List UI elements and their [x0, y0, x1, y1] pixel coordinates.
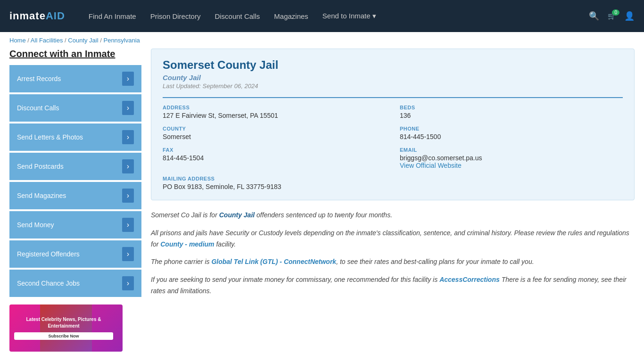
beds-label: BEDS [400, 105, 623, 110]
fax-label: FAX [163, 147, 386, 153]
logo-text: inmateAID [9, 10, 65, 22]
gtl-link[interactable]: Global Tel Link (GTL) - ConnectNetwork [211, 258, 336, 265]
facility-card: Somerset County Jail County Jail Last Up… [151, 49, 635, 200]
cart-button[interactable]: 🛒 0 [608, 12, 616, 20]
main-nav: Find An Inmate Prison Directory Discount… [89, 12, 575, 20]
address-value: 127 E Fairview St, Somerset, PA 15501 [163, 112, 386, 119]
facility-last-updated: Last Updated: September 06, 2024 [163, 82, 623, 90]
sidebar-send-money-label: Send Money [17, 221, 54, 229]
desc-paragraph-1: Somerset Co Jail is for County Jail offe… [151, 210, 635, 221]
sidebar-send-postcards-label: Send Postcards [17, 163, 64, 170]
chevron-right-icon: › [122, 72, 134, 86]
email-block: EMAIL briggsg@co.somerset.pa.us View Off… [400, 147, 623, 169]
sidebar-second-chance-jobs[interactable]: Second Chance Jobs › [9, 270, 141, 297]
chevron-right-icon: › [122, 101, 134, 115]
search-icon[interactable]: 🔍 [589, 11, 599, 21]
main-header: inmateAID Find An Inmate Prison Director… [0, 0, 644, 32]
county-value: Somerset [163, 133, 386, 140]
county-jail-link[interactable]: County Jail [219, 211, 255, 219]
main-content: Somerset County Jail County Jail Last Up… [151, 49, 635, 352]
ad-subscribe-button[interactable]: Subscribe Now [14, 332, 113, 340]
facility-description: Somerset Co Jail is for County Jail offe… [151, 210, 635, 297]
nav-discount-calls[interactable]: Discount Calls [215, 12, 260, 20]
user-icon[interactable]: 👤 [624, 11, 635, 21]
beds-block: BEDS 136 [400, 105, 623, 119]
chevron-right-icon: › [122, 189, 134, 203]
breadcrumb: Home / All Facilities / County Jail / Pe… [0, 32, 644, 49]
email-label: EMAIL [400, 147, 623, 153]
fax-value: 814-445-1504 [163, 154, 386, 162]
chevron-right-icon: › [122, 130, 134, 144]
sidebar-title: Connect with an Inmate [9, 49, 141, 59]
mailing-value: PO Box 9183, Seminole, FL 33775-9183 [163, 183, 386, 190]
sidebar-registered-offenders[interactable]: Registered Offenders › [9, 240, 141, 268]
breadcrumb-all-facilities[interactable]: All Facilities [31, 37, 63, 44]
desc-paragraph-3: The phone carrier is Global Tel Link (GT… [151, 256, 635, 268]
mailing-label: MAILING ADDRESS [163, 176, 386, 181]
chevron-right-icon: › [122, 218, 134, 232]
phone-value: 814-445-1500 [400, 133, 623, 140]
email-value: briggsg@co.somerset.pa.us [400, 154, 623, 162]
sidebar-advertisement[interactable]: Latest Celebrity News, Pictures & Entert… [9, 304, 123, 352]
chevron-right-icon: › [122, 276, 134, 290]
header-actions: 🔍 🛒 0 👤 [589, 11, 635, 21]
ad-text: Latest Celebrity News, Pictures & Entert… [9, 312, 118, 345]
sidebar-send-letters-label: Send Letters & Photos [17, 133, 83, 141]
address-label: ADDRESS [163, 105, 386, 110]
phone-block: PHONE 814-445-1500 [400, 126, 623, 140]
county-medium-link[interactable]: County - medium [160, 240, 214, 248]
phone-label: PHONE [400, 126, 623, 132]
facility-info-grid: ADDRESS 127 E Fairview St, Somerset, PA … [163, 97, 623, 190]
desc-paragraph-4: If you are seeking to send your inmate m… [151, 274, 635, 297]
mailing-block: MAILING ADDRESS PO Box 9183, Seminole, F… [163, 176, 386, 190]
sidebar-send-magazines[interactable]: Send Magazines › [9, 182, 141, 209]
logo[interactable]: inmateAID [9, 10, 65, 22]
desc-paragraph-2: All prisons and jails have Security or C… [151, 228, 635, 250]
facility-name: Somerset County Jail [163, 58, 623, 72]
main-layout: Connect with an Inmate Arrest Records › … [0, 49, 644, 361]
nav-find-inmate[interactable]: Find An Inmate [89, 12, 136, 20]
breadcrumb-pennsylvania[interactable]: Pennsylvania [103, 37, 140, 44]
nav-send-to-inmate[interactable]: Send to Inmate ▾ [322, 12, 376, 20]
facility-type: County Jail [163, 74, 623, 82]
sidebar-arrest-records[interactable]: Arrest Records › [9, 65, 141, 92]
sidebar-registered-offenders-label: Registered Offenders [17, 250, 80, 258]
sidebar: Connect with an Inmate Arrest Records › … [9, 49, 141, 352]
sidebar-second-chance-jobs-label: Second Chance Jobs [17, 280, 80, 287]
nav-prison-directory[interactable]: Prison Directory [150, 12, 201, 20]
fax-block: FAX 814-445-1504 [163, 147, 386, 169]
chevron-right-icon: › [122, 159, 134, 173]
sidebar-send-magazines-label: Send Magazines [17, 192, 66, 199]
sidebar-arrest-records-label: Arrest Records [17, 75, 61, 82]
breadcrumb-home[interactable]: Home [9, 37, 26, 44]
beds-value: 136 [400, 112, 623, 119]
sidebar-send-postcards[interactable]: Send Postcards › [9, 153, 141, 180]
address-block: ADDRESS 127 E Fairview St, Somerset, PA … [163, 105, 386, 119]
sidebar-send-money[interactable]: Send Money › [9, 211, 141, 239]
sidebar-discount-calls-label: Discount Calls [17, 104, 59, 112]
nav-magazines[interactable]: Magazines [274, 12, 308, 20]
sidebar-send-letters[interactable]: Send Letters & Photos › [9, 123, 141, 151]
county-label: COUNTY [163, 126, 386, 132]
cart-count: 0 [612, 9, 619, 16]
view-official-website-link[interactable]: View Official Website [400, 162, 462, 169]
breadcrumb-county-jail[interactable]: County Jail [68, 37, 98, 44]
chevron-right-icon: › [122, 247, 134, 261]
sidebar-discount-calls[interactable]: Discount Calls › [9, 94, 141, 122]
access-corrections-link[interactable]: AccessCorrections [439, 276, 500, 283]
county-block: COUNTY Somerset [163, 126, 386, 140]
